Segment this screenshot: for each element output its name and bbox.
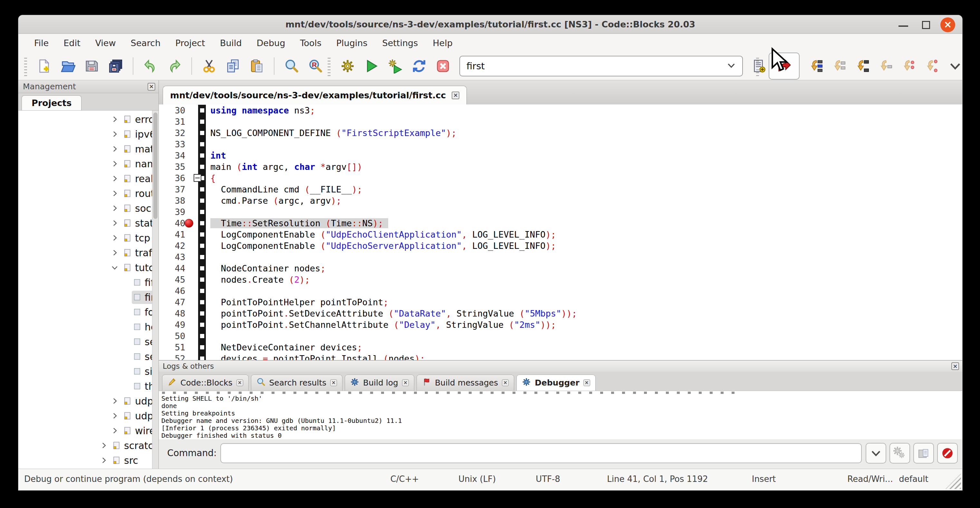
- log-tab-code-blocks[interactable]: Code::Blocks: [162, 374, 249, 391]
- chevron-right-icon[interactable]: [110, 411, 119, 420]
- chevron-right-icon[interactable]: [110, 426, 119, 435]
- run-to-cursor-icon[interactable]: [808, 59, 823, 73]
- tree-scrollbar[interactable]: [152, 111, 159, 469]
- fold-margin[interactable]: [198, 195, 206, 206]
- stop-red-button[interactable]: [937, 443, 958, 463]
- code-line-32[interactable]: 32NS_LOG_COMPONENT_DEFINE ("FirstScriptE…: [159, 127, 962, 139]
- tree-item-fif[interactable]: fif: [18, 275, 153, 290]
- chevron-right-icon[interactable]: [110, 174, 119, 183]
- code-line-40[interactable]: 40 Time::SetResolution (Time::NS);: [159, 218, 962, 229]
- code-line-44[interactable]: 44 NodeContainer nodes;: [159, 263, 962, 274]
- log-tab-close-icon[interactable]: [584, 379, 590, 386]
- abort-build-icon[interactable]: [436, 59, 450, 73]
- tree-item-he[interactable]: he: [18, 319, 153, 334]
- minimize-button[interactable]: [899, 25, 908, 27]
- menu-edit[interactable]: Edit: [56, 36, 88, 50]
- fold-margin[interactable]: [198, 229, 206, 240]
- fold-margin[interactable]: [198, 105, 206, 116]
- code-line-34[interactable]: 34int: [159, 150, 962, 161]
- code-line-41[interactable]: 41 LogComponentEnable ("UdpEchoClientApp…: [159, 229, 962, 240]
- run-icon[interactable]: [364, 59, 379, 73]
- tree-item-ipv6[interactable]: ipv6: [18, 127, 153, 142]
- project-tree[interactable]: erroipv6matnamreallroutsockstattcptraflt…: [18, 111, 159, 469]
- redo-icon[interactable]: [167, 59, 182, 73]
- chevron-down-icon[interactable]: [726, 60, 737, 72]
- step-into-instruction-icon[interactable]: [924, 59, 939, 73]
- fold-margin[interactable]: [198, 240, 206, 252]
- code-line-30[interactable]: 30using namespace ns3;: [159, 105, 962, 116]
- log-tab-close-icon[interactable]: [502, 379, 509, 386]
- tree-item-reall[interactable]: reall: [18, 171, 153, 186]
- code-line-52[interactable]: 52 devices = pointToPoint.Install (nodes…: [159, 353, 962, 360]
- copy-icon[interactable]: [226, 59, 240, 73]
- code-line-33[interactable]: 33: [159, 139, 962, 150]
- fold-margin[interactable]: [198, 161, 206, 172]
- menu-file[interactable]: File: [27, 36, 56, 50]
- build-target-combobox[interactable]: [460, 56, 743, 76]
- next-instruction-icon[interactable]: [901, 59, 916, 73]
- close-button[interactable]: [940, 18, 955, 32]
- management-close-icon[interactable]: [148, 83, 155, 91]
- fold-margin[interactable]: [198, 263, 206, 274]
- next-line-icon[interactable]: [831, 59, 846, 73]
- step-into-icon[interactable]: [854, 59, 869, 73]
- fold-marker-icon[interactable]: −: [194, 174, 201, 182]
- tree-item-sock[interactable]: sock: [18, 201, 153, 216]
- fold-margin[interactable]: [198, 252, 206, 263]
- tree-item-th[interactable]: th: [18, 379, 153, 393]
- menu-search[interactable]: Search: [123, 36, 168, 50]
- tree-item-stat[interactable]: stat: [18, 216, 153, 231]
- tree-item-udp-[interactable]: udp-: [18, 408, 153, 423]
- undo-icon[interactable]: [143, 59, 158, 73]
- code-line-48[interactable]: 48 pointToPoint.SetDeviceAttribute ("Dat…: [159, 308, 962, 319]
- open-file-icon[interactable]: [60, 59, 75, 73]
- new-file-icon[interactable]: [37, 59, 51, 73]
- menu-help[interactable]: Help: [425, 36, 460, 50]
- code-line-43[interactable]: 43: [159, 252, 962, 263]
- code-line-37[interactable]: 37 CommandLine cmd (__FILE__);: [159, 184, 962, 195]
- breakpoint-icon[interactable]: [185, 219, 193, 228]
- tree-item-nam[interactable]: nam: [18, 156, 153, 171]
- debugger-log[interactable]: Setting SHELL to '/bin/sh'doneSetting br…: [159, 391, 962, 440]
- code-line-51[interactable]: 51 NetDeviceContainer devices;: [159, 342, 962, 353]
- tree-scrollbar-thumb[interactable]: [153, 113, 158, 219]
- fold-margin[interactable]: [198, 184, 206, 195]
- chevron-right-icon[interactable]: [99, 455, 108, 465]
- tree-item-tcp[interactable]: tcp: [18, 231, 153, 245]
- log-tab-search-results[interactable]: Search results: [251, 374, 343, 391]
- tree-item-trafl[interactable]: trafl: [18, 245, 153, 260]
- editor-tab-close-icon[interactable]: [452, 92, 460, 99]
- log-tab-build-messages[interactable]: Build messages: [417, 374, 514, 391]
- fold-margin[interactable]: [198, 285, 206, 296]
- chevron-right-icon[interactable]: [110, 189, 119, 198]
- chevron-right-icon[interactable]: [110, 144, 119, 154]
- code-editor[interactable]: 30using namespace ns3;3132NS_LOG_COMPONE…: [159, 105, 962, 360]
- log-tab-close-icon[interactable]: [402, 379, 409, 386]
- fold-margin[interactable]: [198, 127, 206, 139]
- command-input[interactable]: [220, 443, 862, 463]
- fold-margin[interactable]: [198, 218, 206, 229]
- fold-margin[interactable]: [198, 274, 206, 285]
- tree-item-se[interactable]: se: [18, 349, 153, 364]
- toolbar-grip[interactable]: [756, 56, 759, 76]
- logs-close-icon[interactable]: [951, 362, 959, 370]
- tree-item-rout[interactable]: rout: [18, 186, 153, 201]
- chevron-right-icon[interactable]: [110, 248, 119, 258]
- gears-gray-button[interactable]: [889, 443, 910, 463]
- replace-icon[interactable]: R: [308, 59, 323, 73]
- menu-settings[interactable]: Settings: [375, 36, 426, 50]
- code-line-45[interactable]: 45 nodes.Create (2);: [159, 274, 962, 285]
- copy-gray-button[interactable]: [913, 443, 934, 463]
- menu-tools[interactable]: Tools: [293, 36, 329, 50]
- fold-margin[interactable]: [198, 308, 206, 319]
- tree-item-mat[interactable]: mat: [18, 142, 153, 156]
- tree-item-scratch[interactable]: scratch: [18, 438, 153, 453]
- log-tab-close-icon[interactable]: [330, 379, 337, 386]
- build-and-run-icon[interactable]: [388, 59, 403, 73]
- chevron-right-icon[interactable]: [110, 233, 119, 243]
- menu-view[interactable]: View: [88, 36, 123, 50]
- debug-continue-icon[interactable]: [768, 53, 800, 80]
- search-target-input[interactable]: [466, 60, 726, 72]
- fold-margin[interactable]: [198, 319, 206, 330]
- find-icon[interactable]: [284, 59, 299, 73]
